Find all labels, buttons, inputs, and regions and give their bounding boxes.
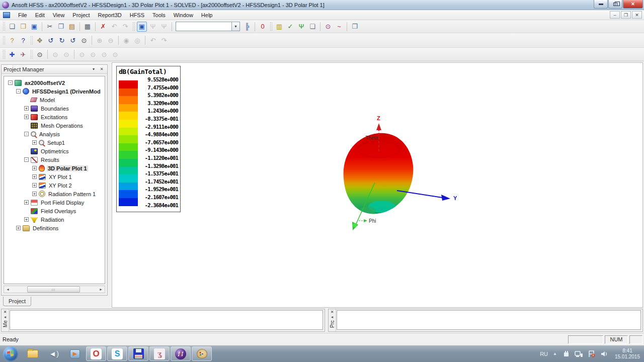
delete-icon[interactable]: ✗ [98,22,108,32]
tree-item[interactable]: +XY Plot 2 [4,181,105,190]
save-file-icon[interactable]: ▣ [29,22,39,32]
dynamic-zoom-icon[interactable]: ⊙ [79,35,89,45]
menu-help[interactable]: Help [197,11,217,19]
collapse-icon[interactable]: - [24,157,29,162]
field-magnifier-icon[interactable]: ⊙ [323,22,333,32]
collapse-icon[interactable]: - [16,89,21,94]
project-tab[interactable]: Project [3,297,31,306]
analyze-all-icon[interactable]: ✓ [285,22,295,32]
progress-dock-tab[interactable]: Prc [330,320,335,328]
menu-report3d[interactable]: Report3D [94,11,126,19]
tree-item[interactable]: +Port Field Display [4,198,105,207]
taskbar-backup-tool[interactable] [128,346,148,361]
tree-item[interactable]: -ax2000offsetV2 [4,78,105,87]
minimize-button[interactable] [594,0,608,9]
menu-hfss[interactable]: HFSS [126,11,148,19]
scroll-thumb[interactable]: ||| [27,286,80,293]
tree-item[interactable]: +Excitations [4,113,105,121]
scroll-right-icon[interactable]: ► [97,286,105,293]
copy-icon[interactable]: ❐ [56,22,66,32]
language-indicator[interactable]: RU [540,351,548,357]
tree-item[interactable]: +Definitions [4,224,105,232]
expand-icon[interactable]: + [32,183,37,188]
progress-dock-collapse-icon[interactable]: ◄ [331,315,334,320]
menu-tools[interactable]: Tools [148,11,170,19]
boolean-unite-icon[interactable]: ✚ [7,49,17,59]
tree-item[interactable]: Optimetrics [4,147,105,155]
progress-list[interactable] [337,310,641,330]
message-list[interactable] [10,310,323,330]
network-status-icon[interactable] [575,350,583,357]
sweep-tool-icon[interactable]: ✈ [18,49,28,59]
menu-file[interactable]: File [14,11,31,19]
expand-icon[interactable]: + [32,174,37,179]
taskbar-windows-explorer[interactable] [23,346,43,361]
copy-image-icon[interactable]: ❐ [350,22,360,32]
mesh-doc-icon[interactable]: 0 [258,22,268,32]
combobox-dropdown-icon[interactable]: ▼ [231,22,239,31]
expand-icon[interactable]: + [24,200,29,205]
cut-icon[interactable]: ✂ [45,22,55,32]
simulation-monitor-icon[interactable]: ▣ [137,22,147,32]
menu-project[interactable]: Project [68,11,94,19]
paste-icon[interactable]: ▤ [67,22,77,32]
solution-setup-combobox[interactable]: ▼ [176,22,240,31]
taskbar-ansoft-app[interactable] [171,346,191,361]
solution-data-icon[interactable]: ❏ [307,22,317,32]
progress-dock-close-icon[interactable]: ✕ [331,310,334,315]
menu-view[interactable]: View [49,11,69,19]
menu-window[interactable]: Window [170,11,197,19]
report-curve-icon[interactable]: ~ [334,22,344,32]
open-file-icon[interactable]: ❒ [18,22,28,32]
taskbar-volume-mixer[interactable]: ◄) [44,346,64,361]
rotate-current-axis-icon[interactable]: ↺ [68,35,78,45]
tree-item[interactable]: -Results [4,155,105,164]
dock-close-icon[interactable]: ✕ [98,66,105,72]
help-topics-icon[interactable]: ? [7,35,17,45]
expand-icon[interactable]: + [32,192,37,196]
solutions-tree-icon[interactable]: ╠ [242,22,252,32]
hidden-icons-chevron[interactable]: ▲ [553,351,557,356]
tree-item[interactable]: Field Overlays [4,207,105,215]
child-window-icon[interactable] [3,12,10,18]
dock-menu-chevron-icon[interactable]: ▾ [90,66,97,72]
taskbar-clock[interactable]: 8:41 15.01.2015 [615,348,640,360]
expand-icon[interactable]: + [32,166,37,170]
tree-item[interactable]: +3D Polar Plot 1 [4,164,105,172]
taskbar-paint-tool[interactable] [192,346,212,361]
message-dock-close-icon[interactable]: ✕ [4,310,7,315]
tree-item[interactable]: +Radiation Pattern 1 [4,190,105,198]
context-help-icon[interactable]: ? [18,35,28,45]
restore-button[interactable] [608,0,622,9]
taskbar-media-player[interactable]: ▶ [65,346,85,361]
rotate-model-center-icon[interactable]: ↺ [46,35,56,45]
tree-item[interactable]: -HFSSDesign1 (DrivenMod [4,87,105,96]
expand-icon[interactable]: + [24,106,29,111]
expand-icon[interactable]: + [32,140,37,145]
child-minimize-button[interactable]: – [610,11,620,19]
child-restore-button[interactable]: ❐ [621,11,631,19]
scroll-left-icon[interactable]: ◄ [4,286,12,293]
collapse-icon[interactable]: - [8,80,13,85]
validation-check-icon[interactable]: ▥ [274,22,284,32]
child-close-button[interactable]: ✕ [632,11,642,19]
message-dock-collapse-icon[interactable]: ◄ [4,315,7,320]
visibility-eye-icon[interactable]: ⊙ [35,49,45,59]
collapse-icon[interactable]: - [24,132,29,136]
taskbar-skype[interactable]: S [107,346,127,361]
print-icon[interactable]: ▦ [83,22,93,32]
project-tree-hscrollbar[interactable]: ◄ ||| ► [4,286,105,293]
message-dock-tab[interactable]: Me [3,320,8,327]
taskbar-cad-tool[interactable]: ʓ [149,346,170,361]
expand-icon[interactable]: + [24,217,29,222]
modeler-viewport[interactable]: Z Theta Y Phi dB(GainTotal) 9.5528e+0007… [112,62,643,308]
tree-item[interactable]: +XY Plot 1 [4,172,105,181]
volume-tray-icon[interactable] [600,350,608,357]
analyze-probe-icon[interactable]: Ψ [296,22,306,32]
rotate-screen-center-icon[interactable]: ↻ [57,35,67,45]
tree-item[interactable]: +Boundaries [4,104,105,113]
tree-item[interactable]: +Setup1 [4,138,105,147]
tree-item[interactable]: Mesh Operations [4,121,105,130]
close-button[interactable]: ✕ [623,0,643,9]
start-button[interactable] [3,346,18,361]
